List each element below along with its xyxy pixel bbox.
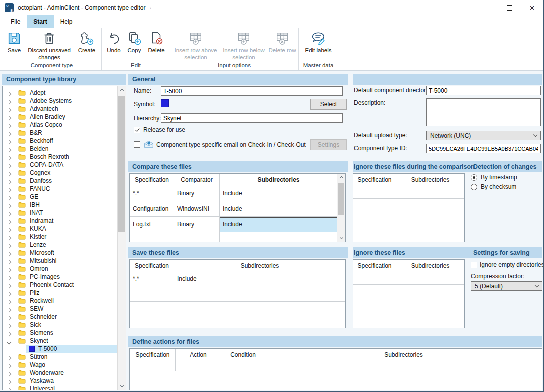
chevron-right-icon[interactable] <box>8 90 13 96</box>
maximize-button[interactable] <box>498 0 521 16</box>
radio-by-timestamp[interactable] <box>471 174 478 181</box>
component-id-input[interactable] <box>426 144 541 154</box>
column-header-action[interactable]: Action <box>176 349 222 361</box>
cell-comparator[interactable]: Binary <box>174 186 220 201</box>
chevron-right-icon[interactable] <box>8 290 13 296</box>
tree-item-skynet[interactable]: Skynet <box>3 337 126 345</box>
cell-subdirectories[interactable]: Include <box>174 272 346 286</box>
chevron-right-icon[interactable] <box>8 218 13 224</box>
chevron-right-icon[interactable] <box>8 266 13 272</box>
chevron-right-icon[interactable] <box>8 98 13 104</box>
tab-help[interactable]: Help <box>54 16 80 28</box>
chevron-right-icon[interactable] <box>8 378 13 384</box>
tab-file[interactable]: File <box>4 16 27 28</box>
chevron-right-icon[interactable] <box>8 178 13 184</box>
ignore-files-table[interactable]: SpecificationSubdirectories <box>353 260 465 328</box>
chevron-right-icon[interactable] <box>8 122 13 128</box>
delete-row-button[interactable]: Delete row <box>268 28 297 62</box>
chevron-right-icon[interactable] <box>8 282 13 288</box>
cell-comparator[interactable]: WindowsINI <box>174 202 220 216</box>
cell-comparator[interactable]: Binary <box>174 217 220 232</box>
chevron-right-icon[interactable] <box>8 298 13 304</box>
cell-specification[interactable]: Log.txt <box>130 217 174 232</box>
minimize-button[interactable] <box>476 0 498 16</box>
chevron-right-icon[interactable] <box>8 154 13 160</box>
undo-button[interactable]: Undo <box>104 28 124 62</box>
column-header-subdirectories[interactable]: Subdirectories <box>174 260 346 272</box>
tree-item-rockwell[interactable]: Rockwell <box>3 297 126 305</box>
chevron-right-icon[interactable] <box>8 138 13 144</box>
chevron-right-icon[interactable] <box>8 242 13 248</box>
chevron-right-icon[interactable] <box>8 162 13 168</box>
column-header-subdirectories[interactable]: Subdirectories <box>266 349 542 361</box>
column-header-condition[interactable]: Condition <box>222 349 266 361</box>
chevron-right-icon[interactable] <box>8 226 13 232</box>
chevron-right-icon[interactable] <box>8 194 13 200</box>
tree-item-danfoss[interactable]: Danfoss <box>3 177 126 185</box>
chevron-right-icon[interactable] <box>8 114 13 120</box>
chevron-right-icon[interactable] <box>8 170 13 176</box>
copy-button[interactable]: Copy <box>124 28 144 62</box>
chevron-right-icon[interactable] <box>8 330 13 336</box>
tree-item-allen-bradley[interactable]: Allen Bradley <box>3 113 126 121</box>
chevron-right-icon[interactable] <box>8 306 13 312</box>
column-header-subdirectories[interactable]: Subdirectories <box>396 260 464 272</box>
cell-subdirectories[interactable]: Include <box>220 202 338 216</box>
chevron-right-icon[interactable] <box>8 210 13 216</box>
column-header-specification[interactable]: Specification <box>354 174 396 186</box>
chevron-right-icon[interactable] <box>8 274 13 280</box>
cell-subdirectories[interactable]: Include <box>220 217 338 232</box>
tree-item-bosch-rexroth[interactable]: Bosch Rexroth <box>3 153 126 161</box>
column-header-specification[interactable]: Specification <box>130 349 176 361</box>
column-header-subdirectories[interactable]: Subdirectories <box>220 174 338 186</box>
tab-start[interactable]: Start <box>27 16 54 28</box>
scroll-up-button[interactable] <box>338 174 346 182</box>
tree-item-inat[interactable]: INAT <box>3 209 126 217</box>
ignore-empty-directories-checkbox[interactable] <box>471 262 478 268</box>
tree-item-wago[interactable]: Wago <box>3 361 126 369</box>
insert-row-above-button[interactable]: Insert row above selection <box>172 28 220 62</box>
tree-item-beckhoff[interactable]: Beckhoff <box>3 137 126 145</box>
close-button[interactable]: × <box>521 0 544 16</box>
tree-item-lenze[interactable]: Lenze <box>3 241 126 249</box>
compare-table-scrollbar[interactable] <box>337 174 346 242</box>
chevron-right-icon[interactable] <box>8 186 13 192</box>
chevron-right-icon[interactable] <box>8 258 13 264</box>
chevron-right-icon[interactable] <box>8 354 13 360</box>
tree-item-cognex[interactable]: Cognex <box>3 169 126 177</box>
chevron-right-icon[interactable] <box>8 234 13 240</box>
insert-row-below-button[interactable]: Insert row below selection <box>220 28 268 62</box>
tree-item-omron[interactable]: Omron <box>3 265 126 273</box>
tree-item-adept[interactable]: Adept <box>3 89 126 97</box>
tree-item-belden[interactable]: Belden <box>3 145 126 153</box>
name-input[interactable] <box>161 86 343 96</box>
radio-by-checksum[interactable] <box>471 184 478 190</box>
cell-specification[interactable]: Configuration <box>130 202 174 216</box>
email-checkbox[interactable] <box>134 142 140 148</box>
hierarchy-input[interactable] <box>161 114 343 123</box>
release-for-use-checkbox[interactable] <box>134 127 140 134</box>
chevron-right-icon[interactable] <box>8 370 13 376</box>
edit-labels-button[interactable]: Edit labels <box>300 28 336 62</box>
chevron-right-icon[interactable] <box>8 386 13 390</box>
chevron-right-icon[interactable] <box>8 202 13 208</box>
default-directory-input[interactable] <box>426 86 541 96</box>
tree-item-siemens[interactable]: Siemens <box>3 329 126 337</box>
chevron-right-icon[interactable] <box>8 362 13 368</box>
select-button[interactable]: Select <box>310 99 347 110</box>
column-header-comparator[interactable]: Comparator <box>174 174 220 186</box>
actions-table[interactable]: SpecificationActionConditionSubdirectori… <box>130 348 542 390</box>
tree-item-s-tron[interactable]: Sütron <box>3 353 126 361</box>
column-header-subdirectories[interactable]: Subdirectories <box>396 174 464 186</box>
tree-item-universal[interactable]: Universal <box>3 385 126 390</box>
tree-item-sew[interactable]: SEW <box>3 305 126 313</box>
tree-item-schneider[interactable]: Schneider <box>3 313 126 321</box>
tree-item-kistler[interactable]: Kistler <box>3 233 126 241</box>
chevron-right-icon[interactable] <box>8 314 13 320</box>
save-files-table[interactable]: SpecificationSubdirectories*.*Include <box>130 260 346 328</box>
discard-button[interactable]: Discard unsaved changes <box>25 28 74 62</box>
tree-item-kuka[interactable]: KUKA <box>3 225 126 233</box>
chevron-right-icon[interactable] <box>8 250 13 256</box>
chevron-right-icon[interactable] <box>8 130 13 136</box>
cell-subdirectories[interactable]: Include <box>220 186 338 201</box>
